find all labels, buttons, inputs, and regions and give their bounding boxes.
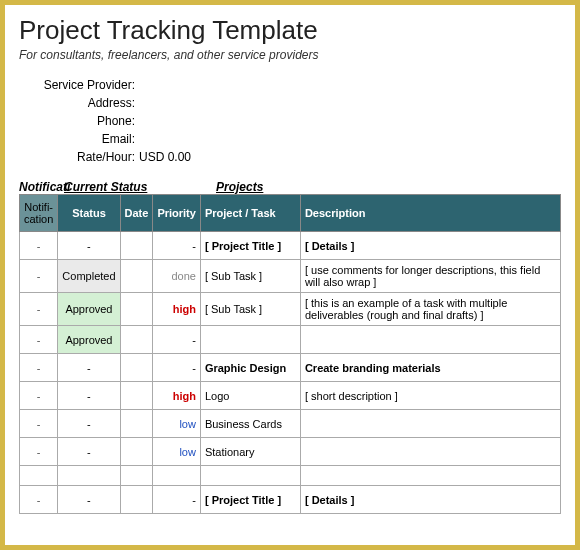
spacer-cell bbox=[153, 466, 201, 486]
cell-status: - bbox=[58, 410, 120, 438]
cell-priority: - bbox=[153, 486, 201, 514]
table-body: ---[ Project Title ][ Details ]-Complete… bbox=[20, 232, 561, 514]
cell-project: Graphic Design bbox=[200, 354, 300, 382]
cell-status: Approved bbox=[58, 326, 120, 354]
rate-label: Rate/Hour: bbox=[19, 148, 139, 166]
cell-date bbox=[120, 232, 153, 260]
cell-description: [ use comments for longer descriptions, … bbox=[300, 260, 560, 293]
info-row-address: Address: bbox=[19, 94, 561, 112]
table-row: ---[ Project Title ][ Details ] bbox=[20, 232, 561, 260]
cell-date bbox=[120, 354, 153, 382]
cell-priority: low bbox=[153, 438, 201, 466]
cell-notif: - bbox=[20, 293, 58, 326]
rate-value: USD 0.00 bbox=[139, 148, 561, 166]
cell-description bbox=[300, 326, 560, 354]
document-page: Project Tracking Template For consultant… bbox=[5, 5, 575, 524]
cell-status: - bbox=[58, 486, 120, 514]
email-value bbox=[139, 130, 561, 148]
table-row: ---[ Project Title ][ Details ] bbox=[20, 486, 561, 514]
page-subtitle: For consultants, freelancers, and other … bbox=[19, 48, 561, 62]
cell-project: Stationary bbox=[200, 438, 300, 466]
cell-project: [ Sub Task ] bbox=[200, 293, 300, 326]
cell-status: Completed bbox=[58, 260, 120, 293]
cell-notif: - bbox=[20, 438, 58, 466]
section-projects-label: Projects bbox=[216, 180, 263, 194]
cell-priority: high bbox=[153, 382, 201, 410]
cell-priority: - bbox=[153, 232, 201, 260]
cell-priority: - bbox=[153, 326, 201, 354]
info-row-service-provider: Service Provider: bbox=[19, 76, 561, 94]
cell-notif: - bbox=[20, 382, 58, 410]
cell-notif: - bbox=[20, 326, 58, 354]
cell-description bbox=[300, 438, 560, 466]
section-notifications-label: Notificati bbox=[19, 180, 64, 194]
cell-date bbox=[120, 410, 153, 438]
section-current-status-label: Current Status bbox=[64, 180, 216, 194]
service-provider-label: Service Provider: bbox=[19, 76, 139, 94]
cell-project: [ Project Title ] bbox=[200, 486, 300, 514]
table-row: -Completeddone[ Sub Task ][ use comments… bbox=[20, 260, 561, 293]
cell-status: - bbox=[58, 438, 120, 466]
cell-status: - bbox=[58, 354, 120, 382]
cell-priority: low bbox=[153, 410, 201, 438]
cell-status: - bbox=[58, 232, 120, 260]
project-table: Notifi-cation Status Date Priority Proje… bbox=[19, 194, 561, 514]
address-label: Address: bbox=[19, 94, 139, 112]
address-value bbox=[139, 94, 561, 112]
cell-date bbox=[120, 293, 153, 326]
table-row: --highLogo[ short description ] bbox=[20, 382, 561, 410]
cell-priority: done bbox=[153, 260, 201, 293]
col-header-description: Description bbox=[300, 195, 560, 232]
spacer-cell bbox=[300, 466, 560, 486]
cell-project: Logo bbox=[200, 382, 300, 410]
info-row-rate: Rate/Hour: USD 0.00 bbox=[19, 148, 561, 166]
table-header-row: Notifi-cation Status Date Priority Proje… bbox=[20, 195, 561, 232]
cell-status: Approved bbox=[58, 293, 120, 326]
cell-priority: - bbox=[153, 354, 201, 382]
info-block: Service Provider: Address: Phone: Email:… bbox=[19, 76, 561, 166]
cell-project bbox=[200, 326, 300, 354]
phone-value bbox=[139, 112, 561, 130]
col-header-notif: Notifi-cation bbox=[20, 195, 58, 232]
service-provider-value bbox=[139, 76, 561, 94]
table-row: --lowStationary bbox=[20, 438, 561, 466]
cell-date bbox=[120, 260, 153, 293]
spacer-cell bbox=[200, 466, 300, 486]
col-header-project: Project / Task bbox=[200, 195, 300, 232]
info-row-phone: Phone: bbox=[19, 112, 561, 130]
cell-description: [ this is an example of a task with mult… bbox=[300, 293, 560, 326]
table-row: ---Graphic DesignCreate branding materia… bbox=[20, 354, 561, 382]
cell-date bbox=[120, 438, 153, 466]
cell-project: Business Cards bbox=[200, 410, 300, 438]
table-row bbox=[20, 466, 561, 486]
table-row: --lowBusiness Cards bbox=[20, 410, 561, 438]
cell-description bbox=[300, 410, 560, 438]
cell-description: [ short description ] bbox=[300, 382, 560, 410]
spacer-cell bbox=[120, 466, 153, 486]
email-label: Email: bbox=[19, 130, 139, 148]
cell-notif: - bbox=[20, 232, 58, 260]
cell-description: Create branding materials bbox=[300, 354, 560, 382]
table-row: -Approved- bbox=[20, 326, 561, 354]
cell-project: [ Sub Task ] bbox=[200, 260, 300, 293]
cell-date bbox=[120, 486, 153, 514]
section-labels: Notificati Current Status Projects bbox=[19, 180, 561, 194]
cell-priority: high bbox=[153, 293, 201, 326]
col-header-date: Date bbox=[120, 195, 153, 232]
cell-date bbox=[120, 326, 153, 354]
spacer-cell bbox=[20, 466, 58, 486]
col-header-status: Status bbox=[58, 195, 120, 232]
info-row-email: Email: bbox=[19, 130, 561, 148]
cell-notif: - bbox=[20, 486, 58, 514]
cell-notif: - bbox=[20, 354, 58, 382]
col-header-priority: Priority bbox=[153, 195, 201, 232]
cell-description: [ Details ] bbox=[300, 232, 560, 260]
cell-project: [ Project Title ] bbox=[200, 232, 300, 260]
phone-label: Phone: bbox=[19, 112, 139, 130]
cell-notif: - bbox=[20, 260, 58, 293]
cell-date bbox=[120, 382, 153, 410]
cell-status: - bbox=[58, 382, 120, 410]
table-row: -Approvedhigh[ Sub Task ][ this is an ex… bbox=[20, 293, 561, 326]
cell-description: [ Details ] bbox=[300, 486, 560, 514]
page-title: Project Tracking Template bbox=[19, 15, 561, 46]
